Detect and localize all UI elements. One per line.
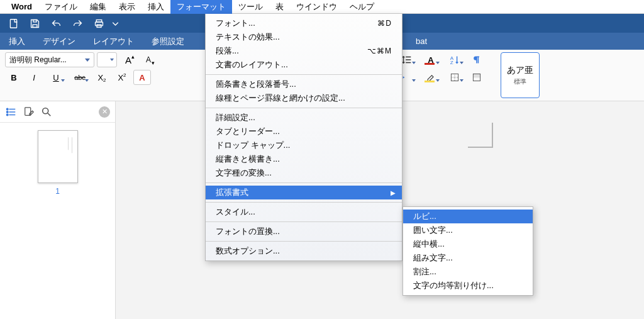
page-thumbnail[interactable]: ｜｜｜｜｜｜｜｜｜ — [38, 130, 78, 183]
menu-item-label: 段落... — [216, 45, 239, 57]
menu-window[interactable]: ウインドウ — [290, 0, 343, 14]
page-pencil-icon — [23, 106, 35, 118]
indent-icon — [401, 72, 413, 83]
tab-extra[interactable]: bat — [407, 33, 436, 50]
search-icon — [41, 106, 52, 118]
sort-button[interactable]: AZ — [444, 52, 465, 67]
thumbnail-area: ｜｜｜｜｜｜｜｜｜ 1 — [0, 123, 115, 203]
page-corner-mark — [468, 123, 493, 148]
menu-item-label: ドロップ キャップ... — [216, 140, 290, 151]
svg-rect-0 — [10, 19, 16, 28]
font-group: 游明朝 Regular... A▴ A▾ B I U abc X2 X2 A — [5, 52, 157, 98]
char-border-button[interactable]: A — [133, 70, 151, 85]
styles-label: 標準 — [514, 77, 526, 86]
format-menu-item[interactable]: タブとリーダー... — [206, 125, 402, 138]
submenu-item[interactable]: ルビ... — [403, 210, 533, 223]
menu-view[interactable]: 表示 — [113, 0, 142, 14]
svg-point-13 — [7, 114, 8, 115]
thumbnail-page-number: 1 — [8, 187, 108, 196]
format-menu-item[interactable]: 数式オプション... — [206, 244, 402, 258]
borders-button[interactable] — [444, 70, 465, 85]
borders-icon — [450, 72, 460, 82]
submenu-item-label: 割注... — [413, 266, 436, 277]
line-spacing-icon — [401, 54, 413, 65]
font-size-select[interactable] — [97, 52, 117, 67]
menu-file[interactable]: ファイル — [38, 0, 84, 14]
new-doc-button[interactable] — [3, 14, 24, 33]
format-menu-item[interactable]: フォント...⌘D — [206, 16, 402, 30]
format-menu-item[interactable]: 段落...⌥⌘M — [206, 44, 402, 58]
tab-insert[interactable]: 挿入 — [0, 33, 34, 50]
subscript-button[interactable]: X2 — [93, 70, 111, 85]
edit-outline-button[interactable] — [23, 106, 35, 118]
format-menu-item[interactable]: 文字種の変換... — [206, 166, 402, 180]
font-shrink-button[interactable]: A▾ — [140, 52, 157, 67]
styles-gallery[interactable]: あア亜 標準 — [501, 52, 540, 98]
menu-edit[interactable]: 編集 — [84, 0, 113, 14]
submenu-item[interactable]: 縦中横... — [403, 237, 533, 251]
format-menu-item[interactable]: 線種とページ罫線と網かけの設定... — [206, 91, 402, 105]
submenu-item[interactable]: 囲い文字... — [403, 223, 533, 237]
font-grow-button[interactable]: A▴ — [119, 52, 137, 67]
menu-table[interactable]: 表 — [269, 0, 290, 14]
format-menu-item[interactable]: フォントの置換... — [206, 225, 402, 238]
styles-sample: あア亜 — [507, 65, 533, 76]
underline-button[interactable]: U — [45, 70, 67, 85]
redo-button[interactable] — [67, 14, 88, 33]
format-menu-item[interactable]: 縦書きと横書き... — [206, 152, 402, 166]
strike-button[interactable]: abc — [69, 70, 91, 85]
menu-format[interactable]: フォーマット — [170, 0, 232, 14]
thumbnail-panel: ✕ ｜｜｜｜｜｜｜｜｜ 1 — [0, 101, 116, 319]
menu-item-label: 縦書きと横書き... — [216, 154, 280, 165]
format-menu-item[interactable]: テキストの効果... — [206, 30, 402, 44]
search-panel-button[interactable] — [40, 106, 53, 118]
print-button[interactable] — [88, 14, 109, 33]
outline-view-button[interactable] — [5, 106, 18, 118]
bold-button[interactable]: B — [5, 70, 23, 85]
menu-item-label: 箇条書きと段落番号... — [216, 79, 296, 90]
menu-tools[interactable]: ツール — [232, 0, 269, 14]
font-color-button[interactable]: A — [420, 52, 441, 67]
submenu-item[interactable]: 文字の均等割り付け... — [403, 279, 533, 293]
redo-icon — [72, 18, 83, 29]
submenu-item-label: 縦中横... — [413, 238, 445, 250]
menu-item-label: フォント... — [216, 18, 255, 29]
highlight-button[interactable] — [420, 70, 441, 85]
format-menu-item[interactable]: ドロップ キャップ... — [206, 138, 402, 152]
format-menu-item[interactable]: 箇条書きと段落番号... — [206, 77, 402, 91]
save-button[interactable] — [24, 14, 45, 33]
tab-layout[interactable]: レイアウト — [84, 33, 143, 50]
tab-references[interactable]: 参照設定 — [143, 33, 193, 50]
submenu-item[interactable]: 組み文字... — [403, 251, 533, 265]
menu-item-label: 数式オプション... — [216, 245, 280, 257]
submenu-item[interactable]: 割注... — [403, 265, 533, 279]
undo-icon — [51, 18, 62, 29]
submenu-item-label: ルビ... — [413, 211, 436, 222]
menu-item-label: 拡張書式 — [216, 187, 248, 198]
qat-customize-button[interactable] — [109, 14, 121, 33]
superscript-button[interactable]: X2 — [113, 70, 131, 85]
pilcrow-icon — [472, 55, 482, 65]
tab-design[interactable]: デザイン — [34, 33, 84, 50]
font-family-select[interactable]: 游明朝 Regular... — [5, 52, 94, 67]
format-menu-item[interactable]: スタイル... — [206, 205, 402, 219]
format-menu-item[interactable]: 拡張書式▶ — [206, 186, 402, 199]
format-menu-item[interactable]: 文書のレイアウト... — [206, 58, 402, 72]
menu-separator — [206, 108, 402, 108]
menu-item-shortcut: ⌥⌘M — [367, 47, 392, 55]
submenu-arrow-icon: ▶ — [391, 189, 396, 196]
menu-separator — [206, 241, 402, 242]
svg-rect-1 — [33, 25, 37, 27]
undo-button[interactable] — [45, 14, 67, 33]
menu-separator — [206, 182, 402, 183]
format-menu-item[interactable]: 詳細設定... — [206, 111, 402, 125]
show-marks-button[interactable] — [468, 52, 486, 67]
svg-point-11 — [7, 108, 8, 109]
menu-item-shortcut: ⌘D — [377, 19, 392, 28]
close-panel-button[interactable]: ✕ — [99, 106, 110, 118]
shading-button[interactable] — [468, 70, 486, 85]
menu-insert[interactable]: 挿入 — [142, 0, 170, 14]
italic-button[interactable]: I — [25, 70, 43, 85]
list-icon — [6, 106, 17, 118]
menu-help[interactable]: ヘルプ — [343, 0, 380, 14]
